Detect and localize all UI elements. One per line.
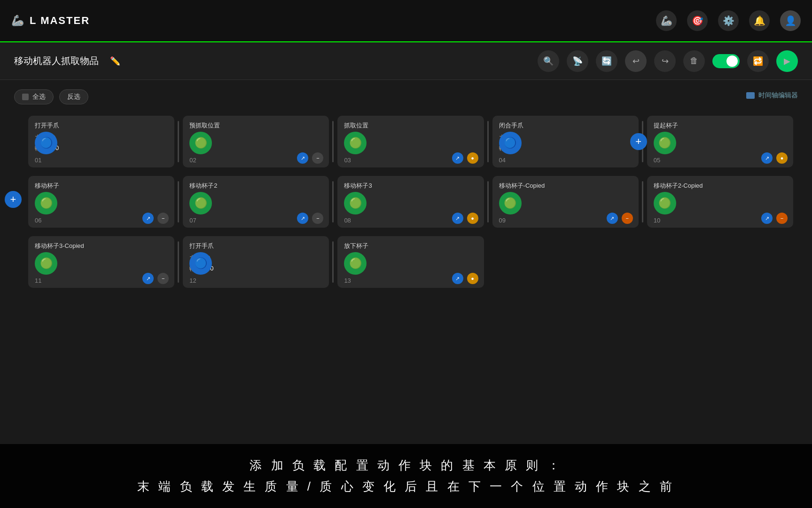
invert-button[interactable]: 反选 (59, 89, 88, 104)
settings-icon[interactable]: ⚙️ (718, 10, 739, 31)
card-09-minus-icon: − (622, 213, 633, 224)
logo-text: L MASTER (30, 15, 90, 27)
select-bar: 全选 反选 时间轴编辑器 (14, 89, 798, 104)
card-05-yellow-icon: ● (776, 152, 788, 164)
avatar[interactable]: 👤 (780, 10, 801, 31)
card-07-icon: 🟢 (189, 192, 212, 214)
card-09-number: 09 (499, 217, 506, 224)
card-02-divider (332, 121, 334, 162)
card-09-icons: ↗ − (607, 213, 633, 224)
card-12-icon: 🔵 (189, 252, 212, 275)
card-02-icons: ↗ − (297, 152, 323, 164)
select-all-checkbox (22, 94, 29, 100)
card-01[interactable]: 打开手爪 力度 50 幅度 100 🔵 01 (28, 116, 174, 167)
card-10-number: 10 (654, 217, 660, 224)
card-10-minus-icon: − (776, 213, 788, 224)
card-07-icons: ↗ − (297, 213, 323, 224)
card-07-nav-icon: ↗ (297, 213, 308, 224)
card-06-nav-icon: ↗ (142, 213, 154, 224)
card-09-divider (642, 181, 643, 222)
robot-arm-icon[interactable]: 🦾 (656, 10, 677, 31)
card-06-minus-icon: − (157, 213, 169, 224)
card-06[interactable]: 移动杯子 🟢 06 ↗ − (28, 176, 174, 228)
card-06-title: 移动杯子 (35, 182, 168, 190)
card-03-icons: ↗ ● (452, 152, 478, 164)
card-10-icon: 🟢 (654, 192, 676, 214)
card-03-number: 03 (344, 157, 351, 164)
timeline-icon (746, 92, 755, 99)
card-02-icon: 🟢 (189, 132, 212, 154)
card-08-icon: 🟢 (344, 192, 367, 214)
card-11-title: 移动杯子3-Copied (35, 242, 168, 250)
card-08-icons: ↗ ● (452, 213, 478, 224)
card-08-nav-icon: ↗ (452, 213, 463, 224)
header: 🦾 L MASTER 🦾 🎯 ⚙️ 🔔 👤 (0, 0, 812, 42)
header-right: 🦾 🎯 ⚙️ 🔔 👤 (656, 10, 801, 31)
card-07[interactable]: 移动杯子2 🟢 07 ↗ − (183, 176, 329, 228)
card-03[interactable]: 抓取位置 🟢 03 ↗ ● (337, 116, 484, 167)
card-12-divider (332, 241, 334, 283)
card-12-title: 打开手爪 (189, 242, 322, 250)
page-title: 移动机器人抓取物品 (14, 55, 99, 67)
card-12[interactable]: 打开手爪 力度 50 幅度 100 🔵 12 (183, 236, 329, 288)
card-11[interactable]: 移动杯子3-Copied 🟢 11 ↗ − (28, 236, 174, 288)
card-03-icon: 🟢 (344, 132, 367, 154)
card-11-icon: 🟢 (35, 252, 57, 275)
card-13-yellow-icon: ● (467, 273, 478, 284)
toggle-switch[interactable] (712, 54, 740, 68)
card-04-number: 04 (499, 157, 506, 164)
logo-icon: 🦾 (11, 15, 25, 27)
target-icon[interactable]: 🎯 (687, 10, 708, 31)
undo-button[interactable]: ↩ (625, 50, 647, 72)
delete-button[interactable]: 🗑 (683, 50, 705, 72)
card-08-title: 移动杯子3 (344, 182, 477, 190)
logo: 🦾 L MASTER (11, 15, 90, 27)
card-11-number: 11 (35, 277, 41, 284)
cards-grid: 打开手爪 力度 50 幅度 100 🔵 01 预抓取位置 🟢 02 (28, 116, 798, 288)
more-button[interactable]: ▶ (776, 50, 798, 72)
card-08-number: 08 (344, 217, 351, 224)
card-03-yellow-icon: ● (467, 152, 478, 164)
subtitle-line1: 添 加 负 载 配 置 动 作 块 的 基 本 原 则 ： (13, 457, 799, 474)
card-06-number: 06 (35, 217, 41, 224)
timeline-label[interactable]: 时间轴编辑器 (746, 91, 798, 100)
card-05-number: 05 (654, 157, 660, 164)
broadcast-button[interactable]: 📡 (567, 50, 588, 72)
card-02-minus-icon: − (312, 152, 323, 164)
left-add-button[interactable]: + (5, 191, 22, 208)
select-all-button[interactable]: 全选 (14, 89, 54, 104)
card-04-icon: 🔵 (499, 132, 522, 154)
card-01-title: 打开手爪 (35, 121, 168, 130)
card-04-title: 闭合手爪 (499, 121, 632, 130)
refresh-button[interactable]: 🔁 (747, 50, 769, 72)
card-09[interactable]: 移动杯子-Copied 🟢 09 ↗ − (492, 176, 639, 228)
rotate-button[interactable]: 🔄 (596, 50, 617, 72)
card-06-icons: ↗ − (142, 213, 169, 224)
card-05-icons: ↗ ● (761, 152, 788, 164)
subtitle-line2: 末 端 负 载 发 生 质 量 / 质 心 变 化 后 且 在 下 一 个 位 … (13, 478, 799, 495)
between-add-button-04[interactable]: + (630, 133, 647, 150)
card-05[interactable]: 提起杯子 🟢 05 ↗ ● (647, 116, 793, 167)
card-04[interactable]: 闭合手爪 力度 50 幅度 60 🔵 04 + (492, 116, 639, 167)
card-01-number: 01 (35, 157, 41, 164)
card-02[interactable]: 预抓取位置 🟢 02 ↗ − (183, 116, 329, 167)
card-12-number: 12 (189, 277, 196, 284)
search-button[interactable]: 🔍 (538, 50, 559, 72)
bell-icon[interactable]: 🔔 (749, 10, 770, 31)
toolbar: 移动机器人抓取物品 ✏️ 🔍 📡 🔄 ↩ ↪ 🗑 🔁 ▶ (0, 42, 812, 80)
card-10[interactable]: 移动杯子2-Copied 🟢 10 ↗ − (647, 176, 793, 228)
card-08[interactable]: 移动杯子3 🟢 08 ↗ ● (337, 176, 484, 228)
card-09-title: 移动杯子-Copied (499, 182, 632, 190)
card-07-title: 移动杯子2 (189, 182, 322, 190)
card-08-yellow-icon: ● (467, 213, 478, 224)
edit-icon[interactable]: ✏️ (110, 56, 120, 66)
card-02-title: 预抓取位置 (189, 121, 322, 130)
card-05-title: 提起杯子 (654, 121, 787, 130)
card-13-icon: 🟢 (344, 252, 367, 275)
card-13-number: 13 (344, 277, 351, 284)
redo-button[interactable]: ↪ (654, 50, 676, 72)
card-07-number: 07 (189, 217, 196, 224)
subtitle-section: 添 加 负 载 配 置 动 作 块 的 基 本 原 则 ： 末 端 负 载 发 … (0, 444, 812, 508)
card-13[interactable]: 放下杯子 🟢 13 ↗ ● (337, 236, 484, 288)
card-01-icon: 🔵 (35, 132, 57, 154)
